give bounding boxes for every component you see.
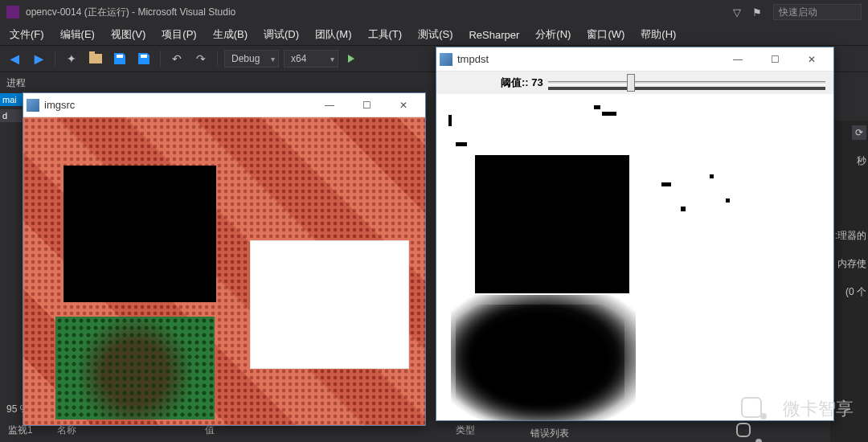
- menu-file[interactable]: 文件(F): [3, 25, 51, 44]
- toolbar-separator: [55, 51, 55, 67]
- slider-rail-lower: [548, 87, 825, 90]
- tmpdst-close-button[interactable]: ✕: [793, 54, 830, 65]
- menu-bar: 文件(F) 编辑(E) 视图(V) 项目(P) 生成(B) 调试(D) 团队(M…: [0, 24, 868, 45]
- green-patch: [55, 317, 215, 419]
- toolbar-separator-2: [160, 51, 161, 67]
- open-icon[interactable]: [86, 49, 105, 68]
- notification-icon[interactable]: ⚑: [752, 6, 762, 18]
- left-tool-strip: mai d: [0, 93, 23, 122]
- diagnostics-panel: ⟳ 秒 :理器的 内存使 (0 个: [830, 121, 868, 442]
- opencv-window-icon: [27, 99, 39, 112]
- left-tab-d[interactable]: d: [0, 109, 23, 122]
- threshold-control-row: 阈值:: 73: [436, 72, 833, 94]
- imgsrc-window[interactable]: imgsrc — ☐ ✕: [23, 92, 426, 426]
- threshold-label-text: 阈值::: [501, 76, 531, 88]
- noise-dot: [602, 112, 616, 116]
- run-state: (正在运行): [84, 6, 129, 18]
- noise-dot: [681, 207, 686, 211]
- black-square: [63, 166, 216, 302]
- status-col-type: 类型: [456, 424, 475, 437]
- left-tab-main[interactable]: mai: [0, 93, 23, 106]
- imgsrc-title: imgsrc: [44, 99, 306, 111]
- noise-dot: [726, 198, 730, 203]
- error-list-tab[interactable]: 错误列表: [530, 427, 569, 440]
- noise-dot: [456, 142, 467, 146]
- bw-black-square: [475, 155, 629, 293]
- title-suffix: - Microsoft Visual Studio: [132, 6, 235, 18]
- slider-rail: [548, 81, 825, 84]
- imgsrc-title-bar[interactable]: imgsrc — ☐ ✕: [23, 93, 425, 117]
- tmpdst-canvas: [436, 94, 833, 420]
- imgsrc-close-button[interactable]: ✕: [385, 100, 422, 111]
- quick-launch-input[interactable]: 快速启动: [773, 4, 862, 20]
- tmpdst-window[interactable]: tmpdst — ☐ ✕ 阈值:: 73: [436, 47, 834, 421]
- config-combo[interactable]: Debug: [224, 50, 279, 68]
- window-title: opencv-0014 (正在运行) - Microsoft Visual St…: [26, 6, 727, 19]
- diag-tool-icon[interactable]: ⟳: [852, 125, 866, 140]
- menu-help[interactable]: 帮助(H): [634, 25, 682, 44]
- folder-icon: [89, 54, 102, 63]
- imgsrc-minimize-button[interactable]: —: [311, 100, 348, 111]
- toolbar-separator-3: [217, 51, 218, 67]
- diag-processor: :理器的: [835, 229, 866, 243]
- save-icon-shape: [114, 53, 125, 64]
- slider-thumb[interactable]: [627, 74, 635, 92]
- threshold-label: 阈值:: 73: [501, 76, 543, 90]
- menu-tools[interactable]: 工具(T): [362, 25, 409, 44]
- nav-back-icon[interactable]: ◀: [5, 49, 24, 68]
- noise-dot: [448, 115, 452, 126]
- menu-window[interactable]: 窗口(W): [580, 25, 631, 44]
- tmpdst-maximize-button[interactable]: ☐: [756, 54, 793, 65]
- white-square: [250, 240, 409, 369]
- title-right-icons: ▽ ⚑ 快速启动: [733, 4, 862, 20]
- save-all-icon[interactable]: [134, 49, 154, 68]
- filter-icon[interactable]: ▽: [733, 6, 741, 18]
- save-icon[interactable]: [110, 49, 129, 68]
- noise-dot: [710, 174, 714, 178]
- vs-logo-icon: [6, 6, 19, 18]
- diag-events: (0 个: [845, 285, 866, 299]
- menu-edit[interactable]: 编辑(E): [54, 25, 101, 44]
- noise-dot: [594, 105, 600, 109]
- menu-analyze[interactable]: 分析(N): [529, 25, 577, 44]
- diag-memory: 内存使: [837, 257, 866, 271]
- vs-title-bar: opencv-0014 (正在运行) - Microsoft Visual St…: [0, 0, 868, 24]
- project-name: opencv-0014: [26, 6, 81, 18]
- threshold-value: 73: [531, 76, 542, 88]
- menu-test[interactable]: 测试(S): [411, 25, 459, 44]
- nav-forward-icon[interactable]: ▶: [29, 49, 48, 68]
- threshold-slider[interactable]: [548, 76, 825, 90]
- process-label: 进程: [6, 76, 26, 90]
- opencv-window-icon-2: [440, 53, 452, 66]
- redo-icon[interactable]: ↷: [191, 49, 211, 68]
- menu-project[interactable]: 项目(P): [155, 25, 203, 44]
- save-all-icon-shape: [138, 53, 149, 64]
- noise-dot: [661, 182, 671, 186]
- play-icon: [348, 55, 354, 63]
- menu-build[interactable]: 生成(B): [207, 25, 254, 44]
- menu-debug[interactable]: 调试(D): [257, 25, 305, 44]
- menu-resharper[interactable]: ReSharper: [462, 27, 526, 43]
- start-button[interactable]: [343, 49, 362, 68]
- bw-blob-outer: [451, 295, 636, 420]
- new-file-icon[interactable]: ✦: [62, 49, 81, 68]
- tmpdst-minimize-button[interactable]: —: [719, 54, 756, 65]
- tmpdst-title-bar[interactable]: tmpdst — ☐ ✕: [436, 47, 833, 72]
- platform-combo[interactable]: x64: [284, 50, 338, 68]
- undo-icon[interactable]: ↶: [167, 49, 186, 68]
- menu-view[interactable]: 视图(V): [104, 25, 152, 44]
- tmpdst-title: tmpdst: [457, 53, 714, 65]
- imgsrc-canvas: [23, 117, 425, 425]
- menu-team[interactable]: 团队(M): [309, 25, 358, 44]
- imgsrc-maximize-button[interactable]: ☐: [348, 100, 385, 111]
- diag-seconds: 秒: [857, 154, 866, 168]
